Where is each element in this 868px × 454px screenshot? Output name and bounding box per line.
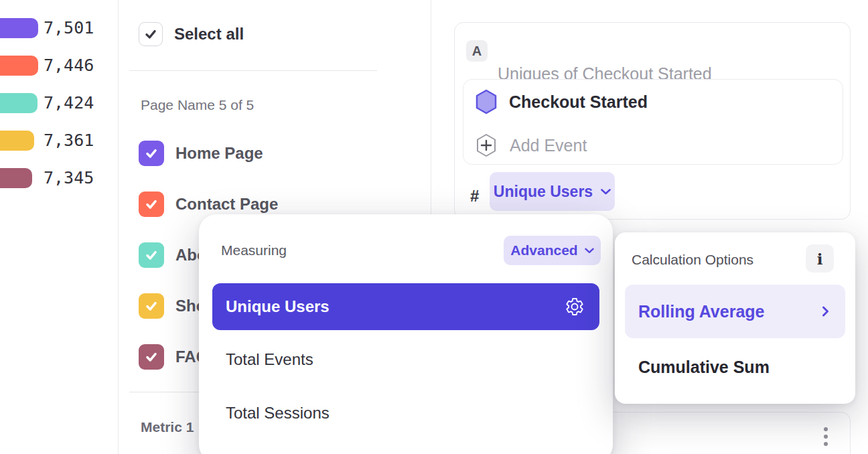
measure-chip-label: Unique Users xyxy=(494,183,593,201)
add-event-button[interactable]: Add Event xyxy=(474,133,587,158)
measure-type-symbol[interactable]: # xyxy=(470,187,479,206)
checkmark-icon xyxy=(144,197,159,212)
bar-segment[interactable] xyxy=(0,168,32,188)
bar-value: 7,446 xyxy=(44,56,94,76)
add-event-label: Add Event xyxy=(510,136,587,155)
bar-value: 7,501 xyxy=(44,18,94,38)
bar-value: 7,345 xyxy=(44,168,94,188)
gear-icon xyxy=(565,297,585,317)
measuring-option-label: Total Sessions xyxy=(226,404,330,423)
event-name: Checkout Started xyxy=(509,92,648,112)
bar-row: 7,361 xyxy=(0,131,118,151)
bar-row: 7,424 xyxy=(0,93,118,113)
checkmark-icon xyxy=(144,146,159,161)
info-icon[interactable]: i xyxy=(806,244,834,273)
page-checkbox[interactable] xyxy=(139,293,164,319)
bar-row: 7,501 xyxy=(0,18,118,38)
select-all-row[interactable]: Select all xyxy=(139,22,244,46)
chevron-down-icon xyxy=(585,248,594,254)
measuring-option-total-sessions[interactable]: Total Sessions xyxy=(212,390,599,437)
bar-segment[interactable] xyxy=(0,131,34,151)
calc-option-label: Cumulative Sum xyxy=(638,358,770,377)
checkmark-icon xyxy=(143,27,158,42)
page-checkbox-row[interactable]: Contact Page xyxy=(139,192,278,217)
query-card: A Uniques of Checkout Started Checkout S… xyxy=(454,22,851,220)
add-event-icon xyxy=(474,133,498,158)
page-checkbox[interactable] xyxy=(139,141,164,166)
measuring-option-label: Total Events xyxy=(226,350,313,369)
measuring-popup: Measuring Advanced Unique Users Total Ev… xyxy=(199,214,613,454)
filter-group-label: Page Name 5 of 5 xyxy=(141,97,254,113)
chevron-right-icon xyxy=(822,306,829,317)
event-row[interactable]: Checkout Started xyxy=(475,89,648,115)
bar-row: 7,345 xyxy=(0,168,118,188)
bar-segment[interactable] xyxy=(0,93,38,113)
chevron-down-icon xyxy=(601,189,611,195)
page-checkbox[interactable] xyxy=(139,242,164,268)
calc-options-title: Calculation Options xyxy=(632,252,753,268)
bar-value: 7,361 xyxy=(44,131,94,151)
page-checkbox[interactable] xyxy=(139,344,164,370)
select-all-checkbox[interactable] xyxy=(139,22,163,46)
calc-option-cumulative-sum[interactable]: Cumulative Sum xyxy=(625,347,845,387)
calc-option-label: Rolling Average xyxy=(638,302,764,321)
event-hexagon-icon xyxy=(475,89,498,115)
checkmark-icon xyxy=(144,350,159,364)
bar-row: 7,446 xyxy=(0,56,118,76)
panel-divider-left xyxy=(118,0,119,454)
filter-divider xyxy=(129,70,377,71)
checkmark-icon xyxy=(144,299,159,313)
page-checkbox-label: Contact Page xyxy=(175,195,278,214)
measuring-option-label: Unique Users xyxy=(226,297,330,316)
measuring-option-total-events[interactable]: Total Events xyxy=(212,336,599,383)
measuring-option-unique-users[interactable]: Unique Users xyxy=(212,283,599,330)
metric-label: Metric 1 xyxy=(141,419,194,435)
bar-segment[interactable] xyxy=(0,18,38,38)
kebab-menu-icon[interactable] xyxy=(824,427,828,446)
analytics-screen: 7,501 7,446 7,424 7,361 7,345 Select all… xyxy=(0,0,868,454)
chart-value-legend: 7,501 7,446 7,424 7,361 7,345 xyxy=(0,0,118,454)
calc-option-rolling-average[interactable]: Rolling Average xyxy=(625,285,845,338)
event-list-card: Checkout Started Add Event xyxy=(463,79,843,165)
bar-value: 7,424 xyxy=(44,93,94,113)
measuring-title: Measuring xyxy=(221,242,287,258)
select-all-label: Select all xyxy=(174,25,244,44)
checkmark-icon xyxy=(144,248,159,262)
page-checkbox-row[interactable]: Home Page xyxy=(139,141,263,166)
measure-chip[interactable]: Unique Users xyxy=(490,172,615,211)
advanced-mode-button[interactable]: Advanced xyxy=(504,236,601,265)
page-checkbox[interactable] xyxy=(139,192,164,217)
bar-segment[interactable] xyxy=(0,56,38,76)
series-a-badge: A xyxy=(466,40,488,62)
calc-options-popup: Calculation Options i Rolling Average Cu… xyxy=(615,232,855,404)
page-checkbox-label: Home Page xyxy=(175,144,263,163)
advanced-mode-label: Advanced xyxy=(510,242,577,258)
